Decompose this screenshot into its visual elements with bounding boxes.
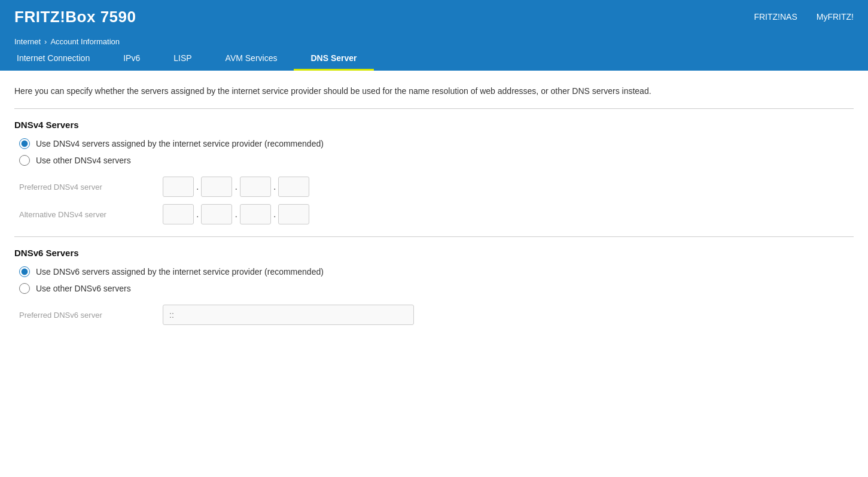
tab-avm-services[interactable]: AVM Services	[209, 47, 294, 71]
preferred-dnsv4-label: Preferred DNSv4 server	[19, 183, 163, 192]
tab-internet-connection[interactable]: Internet Connection	[0, 47, 106, 71]
dnsv4-radio-other-label[interactable]: Use other DNSv4 servers	[19, 155, 854, 166]
dnsv6-radio-isp-text: Use DNSv6 servers assigned by the intern…	[36, 267, 324, 277]
breadcrumb-separator: ›	[44, 37, 47, 46]
dnsv6-radio-isp[interactable]	[19, 266, 30, 277]
preferred-dnsv4-row: Preferred DNSv4 server . . .	[14, 177, 854, 197]
ip-dot-1: .	[194, 181, 201, 192]
alternative-dnsv4-octet-1[interactable]	[163, 204, 194, 224]
tab-dns-server[interactable]: DNS Server	[294, 47, 373, 71]
preferred-dnsv4-octet-3[interactable]	[240, 177, 271, 197]
dnsv6-radio-isp-label[interactable]: Use DNSv6 servers assigned by the intern…	[19, 266, 854, 277]
myfritz-link[interactable]: MyFRITZ!	[817, 12, 854, 22]
preferred-dnsv6-row: Preferred DNSv6 server	[14, 305, 854, 325]
dnsv6-section-title: DNSv6 Servers	[14, 248, 854, 258]
preferred-dnsv4-octet-1[interactable]	[163, 177, 194, 197]
alternative-dnsv4-fields: . . .	[163, 204, 309, 224]
preferred-dnsv4-octet-4[interactable]	[278, 177, 309, 197]
preferred-dnsv4-fields: . . .	[163, 177, 309, 197]
dnsv4-radio-isp-text: Use DNSv4 servers assigned by the intern…	[36, 139, 324, 148]
dnsv4-radio-isp[interactable]	[19, 138, 30, 149]
alternative-dnsv4-octet-2[interactable]	[201, 204, 232, 224]
tab-ipv6[interactable]: IPv6	[106, 47, 157, 71]
header-nav: FRITZ!NAS MyFRITZ!	[754, 12, 854, 22]
breadcrumb: Internet › Account Information	[0, 34, 868, 46]
dnsv4-section-title: DNSv4 Servers	[14, 120, 854, 130]
dnsv6-radio-group: Use DNSv6 servers assigned by the intern…	[14, 266, 854, 294]
preferred-dnsv4-octet-2[interactable]	[201, 177, 232, 197]
tabs-bar: Internet Connection IPv6 LISP AVM Servic…	[0, 47, 868, 71]
tab-lisp[interactable]: LISP	[157, 47, 208, 71]
dnsv6-radio-other-label[interactable]: Use other DNSv6 servers	[19, 283, 854, 294]
breadcrumb-internet[interactable]: Internet	[14, 37, 41, 46]
ip-dot-6: .	[271, 209, 278, 220]
dnsv4-radio-other[interactable]	[19, 155, 30, 166]
ip-dot-3: .	[271, 181, 278, 192]
alternative-dnsv4-octet-4[interactable]	[278, 204, 309, 224]
header: FRITZ!Box 7590 FRITZ!NAS MyFRITZ!	[0, 0, 868, 34]
app-logo: FRITZ!Box 7590	[14, 8, 136, 26]
ip-dot-5: .	[232, 209, 239, 220]
preferred-dnsv6-label: Preferred DNSv6 server	[19, 311, 163, 320]
dnsv4-radio-other-text: Use other DNSv4 servers	[36, 156, 131, 165]
dnsv6-section: DNSv6 Servers Use DNSv6 servers assigned…	[14, 248, 854, 325]
divider-2	[14, 236, 854, 237]
preferred-dnsv6-input[interactable]	[163, 305, 414, 325]
ip-dot-4: .	[194, 209, 201, 220]
main-content: Here you can specify whether the servers…	[0, 71, 868, 351]
page-description: Here you can specify whether the servers…	[14, 85, 854, 98]
alternative-dnsv4-row: Alternative DNSv4 server . . .	[14, 204, 854, 224]
ip-dot-2: .	[232, 181, 239, 192]
dnsv6-radio-other-text: Use other DNSv6 servers	[36, 284, 131, 293]
dnsv6-radio-other[interactable]	[19, 283, 30, 294]
dnsv4-radio-isp-label[interactable]: Use DNSv4 servers assigned by the intern…	[19, 138, 854, 149]
breadcrumb-account-information: Account Information	[50, 37, 120, 46]
dnsv4-section: DNSv4 Servers Use DNSv4 servers assigned…	[14, 120, 854, 224]
alternative-dnsv4-octet-3[interactable]	[240, 204, 271, 224]
fritznas-link[interactable]: FRITZ!NAS	[754, 12, 797, 22]
divider-1	[14, 108, 854, 109]
alternative-dnsv4-label: Alternative DNSv4 server	[19, 210, 163, 219]
dnsv4-radio-group: Use DNSv4 servers assigned by the intern…	[14, 138, 854, 166]
